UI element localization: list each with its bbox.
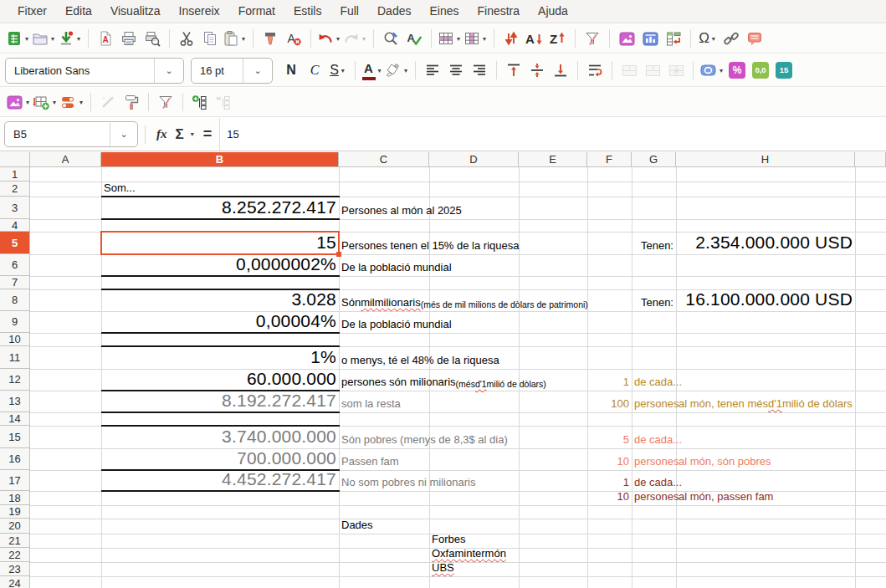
column-header-H[interactable]: H	[676, 152, 855, 167]
currency-format-button[interactable]: ▾	[699, 59, 725, 82]
row-header-15[interactable]: 15	[0, 426, 30, 448]
cell-F22[interactable]	[587, 548, 632, 563]
cell-I8[interactable]	[855, 289, 886, 312]
cell-F7[interactable]	[587, 276, 632, 290]
cell-E10[interactable]	[519, 333, 588, 347]
highlight-color-dropdown[interactable]: ▾	[402, 67, 409, 74]
row-header-2[interactable]: 2	[0, 182, 30, 197]
select-all-corner[interactable]	[0, 152, 30, 167]
currency-format-dropdown[interactable]: ▾	[718, 67, 725, 74]
cell-E19[interactable]	[519, 505, 588, 519]
cell-value-C16[interactable]: Passen fam	[339, 448, 402, 470]
autofilter-button[interactable]	[581, 27, 603, 50]
cell-F1[interactable]	[587, 167, 632, 182]
cell-H3[interactable]	[676, 197, 856, 220]
paint-roller-button[interactable]	[120, 90, 142, 114]
insert-image-button[interactable]	[616, 27, 638, 50]
cell-value-D21[interactable]: Forbes	[429, 534, 468, 548]
row-header-1[interactable]: 1	[0, 167, 30, 182]
cell-D1[interactable]	[429, 167, 520, 182]
row-header-10[interactable]: 10	[0, 333, 30, 346]
cell-E9[interactable]	[519, 311, 588, 334]
row-header-13[interactable]: 13	[0, 391, 30, 412]
cell-C18[interactable]	[339, 491, 430, 506]
insert-chart-button[interactable]	[639, 27, 661, 50]
cell-G19[interactable]	[632, 505, 677, 519]
menu-item-estils[interactable]: Estils	[284, 0, 330, 23]
cell-value-B16[interactable]: 700.000.000	[234, 448, 339, 470]
sort-ascending-button[interactable]: A	[524, 27, 545, 50]
cell-H9[interactable]	[676, 311, 856, 334]
filter-button[interactable]	[155, 90, 177, 114]
paste-dropdown[interactable]: ▾	[240, 35, 247, 43]
cell-H15[interactable]	[676, 426, 856, 449]
cell-C22[interactable]	[339, 548, 430, 563]
save-button[interactable]: ▾	[58, 27, 82, 50]
cell-H6[interactable]	[676, 254, 856, 277]
cell-B21[interactable]	[101, 534, 340, 549]
cell-F23[interactable]	[587, 562, 632, 577]
cell-F14[interactable]	[587, 412, 632, 427]
cell-H22[interactable]	[676, 548, 856, 563]
print-preview-button[interactable]	[141, 27, 163, 50]
merge-cells-button[interactable]	[642, 59, 663, 82]
menu-item-insereix[interactable]: Insereix	[170, 0, 229, 23]
cell-G14[interactable]	[632, 412, 677, 427]
cell-value-B8[interactable]: 3.028	[289, 289, 339, 311]
cell-F4[interactable]	[587, 219, 632, 233]
cell-value-B11[interactable]: 1%	[308, 346, 339, 369]
cell-value-H13[interactable]: al món, tenen més d'1 milió de dòlars	[676, 391, 855, 412]
cell-E18[interactable]	[519, 491, 588, 506]
cell-value-B6[interactable]: 0,0000002%	[233, 254, 339, 276]
special-character-button[interactable]: Ω▾	[697, 27, 719, 50]
number-format-button[interactable]: 0,0	[750, 59, 771, 82]
bold-button[interactable]: N	[280, 59, 302, 82]
sum-button[interactable]: Σ	[172, 126, 188, 143]
row-header-20[interactable]: 20	[0, 519, 30, 534]
cell-D16[interactable]	[429, 448, 520, 471]
cell-F3[interactable]	[587, 197, 632, 220]
cell-A1[interactable]	[30, 167, 102, 182]
cell-value-H5[interactable]: 2.354.000.000 USD	[693, 232, 855, 254]
menu-item-full[interactable]: Full	[330, 0, 368, 23]
cell-A11[interactable]	[30, 346, 102, 370]
cell-C4[interactable]	[339, 219, 430, 233]
cell-C14[interactable]	[339, 412, 430, 427]
cell-value-G16[interactable]: persones	[632, 448, 681, 470]
align-bottom-button[interactable]	[550, 59, 571, 82]
cell-G2[interactable]	[632, 182, 677, 197]
clone-formatting-button[interactable]	[259, 27, 281, 50]
menu-item-visualitza[interactable]: Visualitza	[101, 0, 170, 23]
font-color-button[interactable]: A▾	[361, 59, 383, 82]
cell-A10[interactable]	[30, 333, 102, 347]
insert-cells-button[interactable]: ▾	[33, 90, 58, 114]
cell-value-F13[interactable]: 100	[608, 391, 632, 412]
paste-button[interactable]: ▾	[223, 27, 247, 50]
cell-C2[interactable]	[339, 182, 430, 197]
cell-G1[interactable]	[632, 167, 677, 182]
autoformat-button[interactable]	[97, 90, 119, 114]
cell-A12[interactable]	[30, 369, 102, 391]
cell-F10[interactable]	[587, 333, 632, 347]
cell-I13[interactable]	[855, 391, 886, 413]
wrap-text-button[interactable]	[584, 59, 606, 82]
cell-I6[interactable]	[855, 254, 886, 277]
conditional-formatting-dropdown[interactable]: ▾	[78, 99, 85, 106]
cell-A16[interactable]	[30, 448, 102, 471]
cell-H2[interactable]	[676, 182, 856, 197]
cell-C21[interactable]	[339, 534, 430, 549]
special-character-dropdown[interactable]: ▾	[710, 35, 717, 43]
row-header-7[interactable]: 7	[0, 276, 30, 289]
cell-A2[interactable]	[30, 182, 102, 197]
cell-I2[interactable]	[855, 182, 886, 197]
cell-E4[interactable]	[519, 219, 588, 233]
cell-C1[interactable]	[339, 167, 430, 182]
cell-E11[interactable]	[519, 346, 588, 370]
cell-value-B12[interactable]: 60.000.000	[244, 369, 339, 391]
row-header-19[interactable]: 19	[0, 505, 30, 519]
cell-G3[interactable]	[632, 197, 677, 220]
open-button[interactable]: ▾	[32, 27, 56, 50]
undo-button[interactable]: ▾	[317, 27, 341, 50]
cell-I11[interactable]	[855, 346, 886, 370]
cell-E2[interactable]	[519, 182, 588, 197]
